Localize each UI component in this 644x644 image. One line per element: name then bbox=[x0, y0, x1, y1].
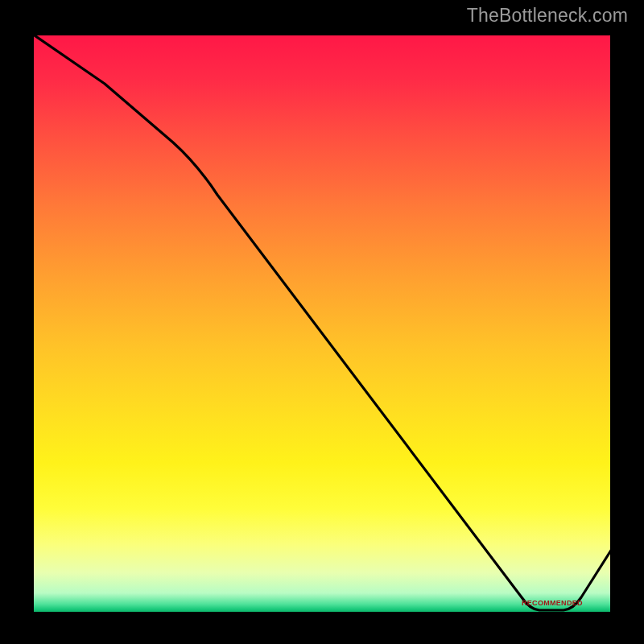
watermark-text: TheBottleneck.com bbox=[467, 5, 628, 27]
chart-line-layer bbox=[32, 34, 612, 613]
bottleneck-curve bbox=[32, 34, 612, 610]
recommended-annotation: RECOMMENDED bbox=[522, 599, 583, 607]
chart-frame: RECOMMENDED bbox=[16, 24, 628, 636]
